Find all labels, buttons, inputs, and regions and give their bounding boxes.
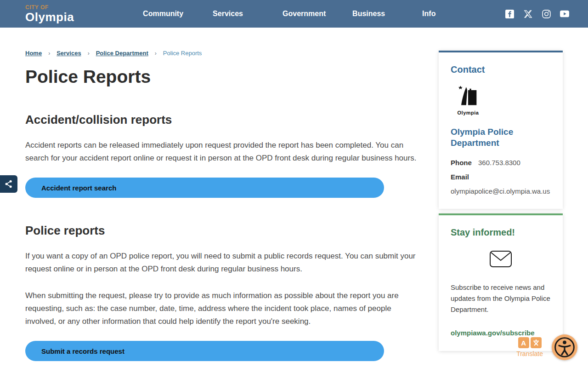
phone-label: Phone <box>451 159 472 167</box>
contact-card: Contact Olympia Olympia Police Departmen… <box>439 51 563 209</box>
site-logo-name: Olympia <box>25 11 74 23</box>
stay-informed-heading: Stay informed! <box>451 227 551 238</box>
translate-icon: A <box>516 337 543 348</box>
stay-informed-card: Stay informed! Subscribe to receive news… <box>439 213 563 351</box>
accident-reports-heading: Accident/collision reports <box>25 113 419 127</box>
nav-item-community[interactable]: Community <box>143 10 213 18</box>
email-value[interactable]: olympiapolice@ci.olympia.wa.us <box>451 187 551 195</box>
police-reports-paragraph-2: When submitting the request, please try … <box>25 289 419 328</box>
police-reports-paragraph-1: If you want a copy of an OPD police repo… <box>25 250 419 276</box>
site-logo-pre: CITY OF <box>25 5 74 10</box>
translate-cjk-box <box>531 337 542 348</box>
nav-item-services[interactable]: Services <box>213 10 283 18</box>
phone-value: 360.753.8300 <box>478 159 520 167</box>
envelope-icon <box>451 250 551 270</box>
translate-letter-box: A <box>518 337 529 348</box>
breadcrumb-current: Police Reports <box>163 50 202 57</box>
site-logo[interactable]: CITY OF Olympia <box>25 5 74 23</box>
page-content: Home › Services › Police Department › Po… <box>0 28 588 361</box>
nav-item-info[interactable]: Info <box>422 10 492 18</box>
top-navbar: CITY OF Olympia Community Services Gover… <box>0 0 588 28</box>
police-reports-heading: Police reports <box>25 224 419 238</box>
accident-report-search-button[interactable]: Accident report search <box>25 178 384 198</box>
nav-item-government[interactable]: Government <box>283 10 352 18</box>
accessibility-icon <box>553 336 576 359</box>
translate-widget[interactable]: A Translate <box>516 337 543 357</box>
social-links <box>505 9 569 18</box>
x-twitter-icon[interactable] <box>523 9 532 18</box>
contact-email-row: Email <box>451 173 551 181</box>
breadcrumb-separator: › <box>88 50 90 57</box>
instagram-icon[interactable] <box>542 9 551 18</box>
submit-records-request-button[interactable]: Submit a records request <box>25 341 384 361</box>
olympia-police-logo: Olympia <box>456 85 480 115</box>
contact-heading: Contact <box>451 64 551 75</box>
capitol-logo-caption: Olympia <box>456 110 480 115</box>
breadcrumb-services[interactable]: Services <box>57 50 81 57</box>
facebook-icon[interactable] <box>505 9 514 18</box>
accessibility-button[interactable] <box>552 334 577 360</box>
breadcrumb-police-department[interactable]: Police Department <box>96 50 148 57</box>
capitol-logo-icon <box>457 85 480 109</box>
page-title: Police Reports <box>25 67 419 87</box>
accident-reports-paragraph: Accident reports can be released immedia… <box>25 139 419 165</box>
share-icon <box>4 179 13 189</box>
contact-org-name: Olympia Police Department <box>451 126 551 149</box>
breadcrumb-separator: › <box>48 50 50 57</box>
subscribe-link[interactable]: olympiawa.gov/subscribe <box>451 329 535 337</box>
breadcrumb: Home › Services › Police Department › Po… <box>25 50 419 57</box>
email-label: Email <box>451 173 469 181</box>
youtube-icon[interactable] <box>560 9 569 18</box>
stay-informed-text: Subscribe to receive news and updates fr… <box>451 282 551 315</box>
contact-phone-row: Phone 360.753.8300 <box>451 159 551 167</box>
main-column: Home › Services › Police Department › Po… <box>25 28 419 361</box>
main-nav: Community Services Government Business I… <box>143 10 492 18</box>
breadcrumb-home[interactable]: Home <box>25 50 42 57</box>
sidebar: Contact Olympia Olympia Police Departmen… <box>439 51 563 351</box>
translate-label: Translate <box>516 350 543 357</box>
nav-item-business[interactable]: Business <box>352 10 422 18</box>
breadcrumb-separator: › <box>155 50 157 57</box>
share-button[interactable] <box>0 175 17 193</box>
